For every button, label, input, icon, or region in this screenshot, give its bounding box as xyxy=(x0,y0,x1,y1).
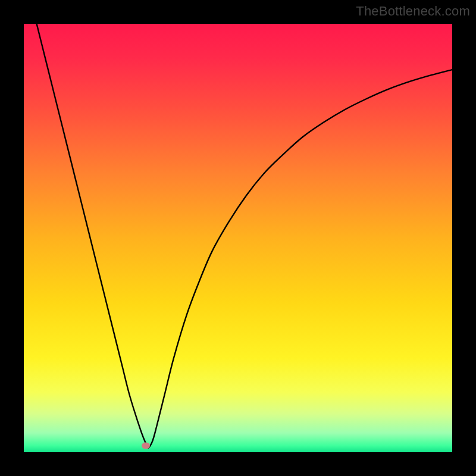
optimum-marker xyxy=(142,443,150,449)
chart-background xyxy=(24,24,452,452)
chart-svg xyxy=(24,24,452,452)
watermark-text: TheBottleneck.com xyxy=(356,4,470,19)
chart-frame: TheBottleneck.com xyxy=(0,0,476,476)
chart-plot-area xyxy=(24,24,452,452)
